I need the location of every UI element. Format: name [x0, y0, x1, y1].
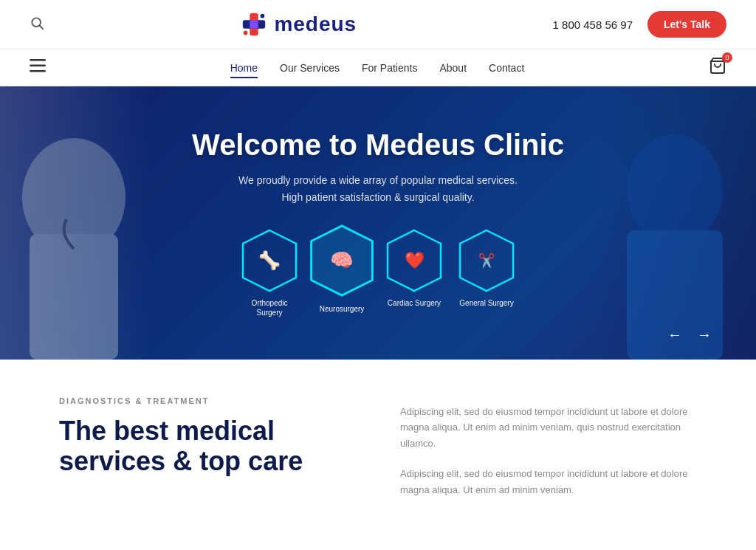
- hero-title: Welcome to Medeus Clinic: [192, 128, 564, 162]
- top-header: medeus 1 800 458 56 97 Let's Talk: [0, 0, 756, 49]
- nav-link-home[interactable]: Home: [230, 62, 258, 78]
- section-label: DIAGNOSTICS & TREATMENT: [59, 396, 356, 405]
- prev-arrow-button[interactable]: ←: [667, 326, 682, 343]
- hero-subtitle: We proudly provide a wide array of popul…: [192, 172, 564, 205]
- nav-item-contact[interactable]: Contact: [489, 61, 524, 75]
- logo[interactable]: medeus: [240, 10, 357, 38]
- next-arrow-button[interactable]: →: [697, 326, 712, 343]
- service-neurosurgery[interactable]: 🧠 Neurosurgery: [312, 227, 371, 317]
- general-label: General Surgery: [459, 298, 513, 308]
- svg-rect-9: [30, 70, 46, 72]
- cart-icon[interactable]: 0: [709, 57, 726, 78]
- hero-content: Welcome to Medeus Clinic We proudly prov…: [177, 128, 579, 317]
- search-icon[interactable]: [30, 16, 44, 34]
- svg-rect-7: [30, 59, 46, 61]
- nav-link-contact[interactable]: Contact: [489, 62, 524, 77]
- svg-point-5: [261, 14, 265, 18]
- lets-talk-button[interactable]: Let's Talk: [647, 11, 726, 38]
- svg-line-1: [40, 25, 44, 29]
- orthopedic-label: Orthopedic Surgery: [242, 298, 298, 317]
- nav-item-our-services[interactable]: Our Services: [280, 61, 340, 75]
- general-icon: ✂️: [478, 252, 495, 269]
- content-paragraph-1: Adipiscing elit, sed do eiusmod tempor i…: [400, 404, 697, 451]
- cardiac-label: Cardiac Surgery: [388, 298, 441, 308]
- nav-link-for-patients[interactable]: For Patients: [362, 62, 417, 77]
- nav-link-our-services[interactable]: Our Services: [280, 62, 340, 77]
- hero-arrows: ← →: [667, 326, 712, 343]
- content-paragraph-2: Adipiscing elit, sed do eiusmod tempor i…: [400, 466, 697, 498]
- svg-rect-4: [250, 20, 258, 28]
- neuro-label: Neurosurgery: [320, 304, 365, 314]
- svg-rect-8: [30, 65, 46, 67]
- content-left: DIAGNOSTICS & TREATMENT The best medical…: [59, 396, 356, 498]
- section-title: The best medical services & top care: [59, 416, 356, 477]
- service-cardiac[interactable]: ❤️ Cardiac Surgery: [385, 227, 444, 317]
- cardiac-icon: ❤️: [405, 251, 425, 270]
- cart-badge: 0: [722, 52, 732, 63]
- header-right: 1 800 458 56 97 Let's Talk: [553, 11, 726, 38]
- content-right: Adipiscing elit, sed do eiusmod tempor i…: [400, 396, 697, 498]
- logo-text: medeus: [274, 13, 357, 36]
- nav-item-home[interactable]: Home: [230, 61, 258, 75]
- service-general[interactable]: ✂️ General Surgery: [457, 227, 516, 317]
- content-section: DIAGNOSTICS & TREATMENT The best medical…: [0, 360, 756, 527]
- nav-links: Home Our Services For Patients About Con…: [230, 61, 525, 75]
- orthopedic-icon: 🦴: [258, 250, 281, 271]
- services-row: 🦴 Orthopedic Surgery 🧠 Neurosurgery: [192, 227, 564, 317]
- nav-item-for-patients[interactable]: For Patients: [362, 61, 417, 75]
- phone-number: 1 800 458 56 97: [553, 18, 633, 31]
- logo-icon: [240, 10, 268, 38]
- neuro-icon: 🧠: [330, 250, 353, 272]
- svg-point-6: [244, 31, 248, 35]
- hero-section: Welcome to Medeus Clinic We proudly prov…: [0, 86, 756, 360]
- nav-link-about[interactable]: About: [439, 62, 467, 77]
- nav-bar: Home Our Services For Patients About Con…: [0, 49, 756, 86]
- service-orthopedic[interactable]: 🦴 Orthopedic Surgery: [240, 227, 299, 317]
- hamburger-icon[interactable]: [30, 59, 46, 76]
- nav-item-about[interactable]: About: [439, 61, 467, 75]
